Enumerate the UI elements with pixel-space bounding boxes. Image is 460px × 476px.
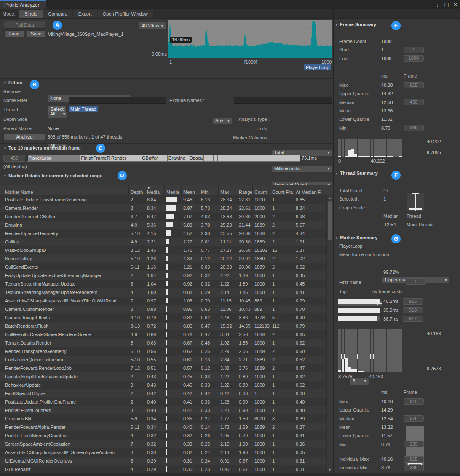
frame-summary-histogram[interactable] (338, 139, 402, 157)
chart-selected-marker-chip[interactable]: PlayerLoop (304, 64, 331, 70)
top10-segment[interactable] (221, 155, 224, 161)
exclude-names-mode-dropdown[interactable]: Any (213, 118, 232, 124)
top10-segment-playerloop[interactable]: PlayerLoop (27, 155, 80, 161)
table-row[interactable]: GUI.Repaint40.290.300.230.900.67100010.3… (0, 465, 326, 473)
top10-segment[interactable] (209, 155, 214, 161)
table-row[interactable]: ScreenSpaceAmbientOcclusion70.320.330.25… (0, 440, 326, 448)
pull-data-button[interactable]: Pull Data (4, 21, 45, 29)
table-row[interactable]: RenderDeferred.GBuffer6-76.477.074.0343.… (0, 212, 326, 221)
column-header-at-median-f[interactable]: At Median F (294, 185, 325, 195)
stat-frame-button[interactable]: 915 (404, 398, 424, 405)
thread-select-button[interactable]: Select (48, 106, 67, 112)
kebab-menu-icon[interactable]: ⋮ (435, 2, 440, 8)
table-row[interactable]: RenderForwardAlpha.Render6-110.340.400.1… (0, 423, 326, 431)
column-header-count-fra[interactable]: Count Fra (270, 185, 294, 195)
table-row[interactable]: Terrain.Details.Render50.630.670.482.021… (0, 339, 326, 347)
table-row[interactable]: WaitForJobGroupID3-121.451.710.7727.2726… (0, 246, 326, 254)
mode-button-open-profiler-window[interactable]: Open Profiler Window (98, 10, 153, 18)
marker-summary-header[interactable]: ▼Marker Summary (335, 235, 377, 240)
table-row[interactable]: BehaviourUpdate30.430.450.331.220.891000… (0, 381, 326, 389)
table-row[interactable]: Camera.CustomRender80.880.960.6311.0610.… (0, 305, 326, 313)
table-row[interactable]: TextureStreamingManager.UpdateRenderers4… (0, 288, 326, 297)
chart-range-dropdown[interactable]: 40.20ms (139, 22, 166, 29)
scrollbar-thumb[interactable] (328, 201, 332, 240)
top10-segment-render[interactable]: Render (110, 155, 141, 161)
scroll-down-icon[interactable]: ▼ (327, 468, 333, 472)
thread-selected-chip[interactable]: Main Thread (69, 106, 98, 112)
table-row[interactable]: TextureStreamingManager.Update31.040.920… (0, 280, 326, 288)
stat-frame-button[interactable]: 915 (404, 82, 424, 88)
column-header-max[interactable]: Max (219, 185, 237, 195)
top10-segment-gbuffer[interactable]: GBuffer (141, 155, 168, 161)
top-cost-frame-button[interactable]: 918 (403, 307, 423, 313)
top10-frame-button[interactable]: 450 (3, 155, 25, 162)
table-row[interactable]: UIEvents.IMGUIRenderOverlays30.290.310.2… (0, 457, 326, 465)
load-button[interactable]: Load (4, 30, 24, 37)
table-row[interactable]: BatchRenderer.Flush8-130.720.850.4715.02… (0, 322, 326, 330)
table-row[interactable]: Assembly-CSharp-firstpass.dll!::WaterTil… (0, 297, 326, 305)
mode-button-single[interactable]: Single (19, 10, 43, 18)
table-row[interactable]: EarlyUpdate.UpdateTextureStreamingManage… (0, 271, 326, 280)
mode-button-export[interactable]: Export (73, 10, 97, 18)
column-header-count[interactable]: Count (253, 185, 270, 195)
top-n-dropdown[interactable]: 3 (350, 378, 369, 385)
table-row[interactable]: Camera.Render38.348.975.7328.3422.611000… (0, 204, 326, 212)
stat-frame-button[interactable]: 976 (404, 415, 424, 422)
top10-segment-drawing[interactable]: Drawing (168, 155, 189, 161)
close-icon[interactable]: ✕ (453, 2, 457, 8)
column-header-mean[interactable]: Mean (182, 185, 199, 195)
table-row[interactable]: Camera.ImageEffects4-100.790.820.624.483… (0, 313, 326, 322)
save-button[interactable]: Save (27, 30, 45, 37)
filters-header[interactable]: ▼Filters (3, 80, 22, 85)
table-row[interactable]: Update.ScriptRunBehaviourUpdate20.430.45… (0, 372, 326, 381)
marker-table-body[interactable]: PostLateUpdate.FinishFrameRendering28.84… (0, 195, 326, 473)
table-row[interactable]: Render.TransparentGeometry5-100.560.620.… (0, 347, 326, 356)
scroll-up-icon[interactable]: ▲ (327, 196, 333, 200)
column-header-depth[interactable]: Depth (129, 185, 145, 195)
frame-summary-header[interactable]: ▼Frame Summary (335, 22, 376, 27)
table-row[interactable]: CullSendEvents6-111.161.210.0320.0320.00… (0, 263, 326, 271)
name-filter-input[interactable] (69, 97, 166, 104)
marker-details-header[interactable]: ▼Marker Details for currently selected r… (3, 173, 102, 178)
table-row[interactable]: RenderForward.RenderLoopJob7-120.510.570… (0, 364, 326, 372)
table-row[interactable]: EndRenderQueueExtraction5-100.550.610.13… (0, 356, 326, 364)
table-row[interactable]: Drawing4-95.365.833.7825.2321.44188925.6… (0, 221, 326, 229)
top-cost-frame-button[interactable]: 917 (403, 316, 423, 322)
column-header-min[interactable]: Min (199, 185, 219, 195)
top10-segment-opaqu[interactable]: Opaqu (188, 155, 203, 161)
marker-summary-histogram[interactable] (338, 329, 402, 372)
stat-frame-button[interactable]: 915 (404, 456, 424, 463)
top-cost-frame-button[interactable]: 915 (403, 298, 423, 305)
table-row[interactable]: Profiler.FlushCounters30.400.410.331.230… (0, 406, 326, 414)
top10-stacked-bar[interactable]: PlayerLoopFinishFrameRRenderGBufferDrawi… (27, 155, 300, 162)
top10-segment[interactable] (218, 155, 221, 161)
table-row[interactable]: Graphics.Blit5-90.340.350.271.771.508000… (0, 414, 326, 423)
column-header-marker-name[interactable]: Marker Name (3, 185, 129, 195)
tab-profile-analyzer[interactable]: Profile Analyzer (0, 0, 46, 9)
table-row[interactable]: Profiler.FlushMemoryCounters40.320.320.2… (0, 431, 326, 440)
stat-frame-button[interactable]: 339 (404, 125, 424, 131)
top10-segment[interactable] (214, 155, 218, 161)
analyze-button[interactable]: Analyze (3, 134, 45, 140)
column-header-media[interactable]: Media▼ (145, 185, 165, 195)
table-row[interactable]: PostLateUpdate.FinishFrameRendering28.84… (0, 195, 326, 204)
table-row[interactable]: Render.OpaqueGeometry5-104.154.522.9023.… (0, 229, 326, 238)
stat-frame-button[interactable]: 339 (404, 465, 424, 471)
end-frame-button[interactable]: 1000 (404, 55, 424, 62)
exclude-names-input[interactable] (234, 97, 332, 104)
table-row[interactable]: Culling4-92.212.270.8121.1120.30188921.9… (0, 238, 326, 246)
stat-frame-button[interactable]: 339 (404, 441, 424, 447)
first-frame-button[interactable]: 1 (406, 278, 426, 285)
mode-button-compare[interactable]: Compare (43, 10, 72, 18)
frame-time-chart[interactable] (168, 20, 332, 58)
start-frame-button[interactable]: 1 (404, 47, 424, 53)
column-header-media[interactable]: Media (165, 185, 182, 195)
top10-segment-finishframer[interactable]: FinishFrameR (80, 155, 110, 161)
top10-header[interactable]: ▼Top 10 markers on median frame (3, 145, 81, 150)
thread-summary-header[interactable]: ▼Thread Summary (335, 171, 378, 176)
top10-segment[interactable] (224, 155, 300, 161)
table-row[interactable]: FindObjectsOfType20.420.420.420.420.0011… (0, 389, 326, 398)
table-row[interactable]: PostLateUpdate.ProfilerEndFrame20.400.41… (0, 398, 326, 406)
stat-frame-button[interactable]: 450 (404, 99, 424, 105)
table-scrollbar[interactable]: ▲ ▼ (326, 195, 332, 473)
